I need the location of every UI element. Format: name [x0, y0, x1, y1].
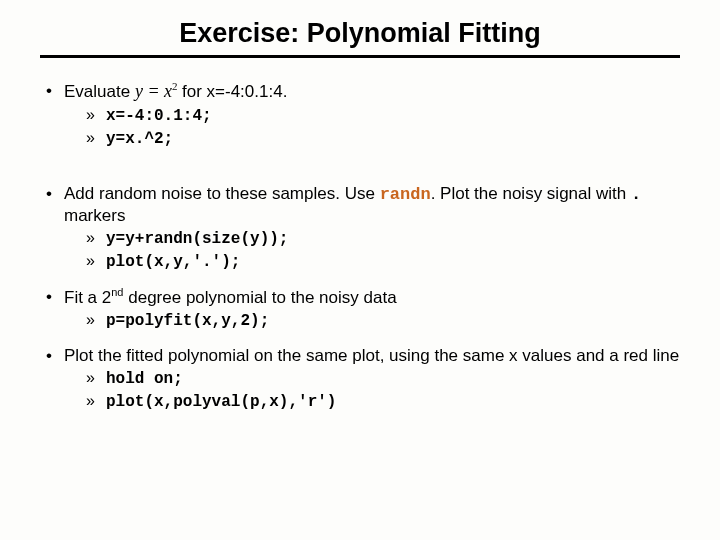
formula: y = x2	[135, 81, 182, 101]
code: x=-4:0.1:4;	[106, 107, 212, 125]
bullet-list: Evaluate y = x2 for x=-4:0.1:4. x=-4:0.1…	[40, 80, 680, 412]
code: plot(x,y,'.');	[106, 253, 240, 271]
text: Plot the fitted polynomial on the same p…	[64, 346, 679, 365]
bullet-plot-fit: Plot the fitted polynomial on the same p…	[40, 345, 680, 412]
code-list: hold on; plot(x,polyval(p,x),'r')	[64, 368, 680, 412]
code-list: x=-4:0.1:4; y=x.^2;	[64, 105, 680, 149]
code-list: p=polyfit(x,y,2);	[64, 310, 680, 331]
code-line: p=polyfit(x,y,2);	[86, 310, 680, 331]
text: Fit a 2	[64, 288, 111, 307]
code-line: plot(x,polyval(p,x),'r')	[86, 391, 680, 412]
code: y=y+randn(size(y));	[106, 230, 288, 248]
code: y=x.^2;	[106, 130, 173, 148]
text: markers	[64, 206, 125, 225]
text: . Plot the noisy signal with	[431, 184, 631, 203]
title-rule	[40, 55, 680, 58]
code-line: x=-4:0.1:4;	[86, 105, 680, 126]
bullet-noise: Add random noise to these samples. Use r…	[40, 183, 680, 273]
code: plot(x,polyval(p,x),'r')	[106, 393, 336, 411]
code-list: y=y+randn(size(y)); plot(x,y,'.');	[64, 228, 680, 272]
keyword-randn: randn	[380, 185, 431, 204]
code-line: y=y+randn(size(y));	[86, 228, 680, 249]
code-line: hold on;	[86, 368, 680, 389]
bullet-evaluate: Evaluate y = x2 for x=-4:0.1:4. x=-4:0.1…	[40, 80, 680, 179]
formula-exp: 2	[172, 80, 178, 92]
code-line: y=x.^2;	[86, 128, 680, 149]
slide: Exercise: Polynomial Fitting Evaluate y …	[0, 0, 720, 446]
dot-marker: .	[631, 185, 641, 204]
superscript-nd: nd	[111, 286, 123, 298]
slide-title: Exercise: Polynomial Fitting	[40, 18, 680, 49]
code: p=polyfit(x,y,2);	[106, 312, 269, 330]
text: Add random noise to these samples. Use	[64, 184, 380, 203]
text: degree polynomial to the noisy data	[124, 288, 397, 307]
formula-base: y = x	[135, 81, 172, 101]
bullet-polyfit: Fit a 2nd degree polynomial to the noisy…	[40, 286, 680, 331]
spacer	[64, 163, 680, 179]
text: for x=-4:0.1:4.	[182, 82, 287, 101]
text: Evaluate	[64, 82, 135, 101]
code-line: plot(x,y,'.');	[86, 251, 680, 272]
code: hold on;	[106, 370, 183, 388]
